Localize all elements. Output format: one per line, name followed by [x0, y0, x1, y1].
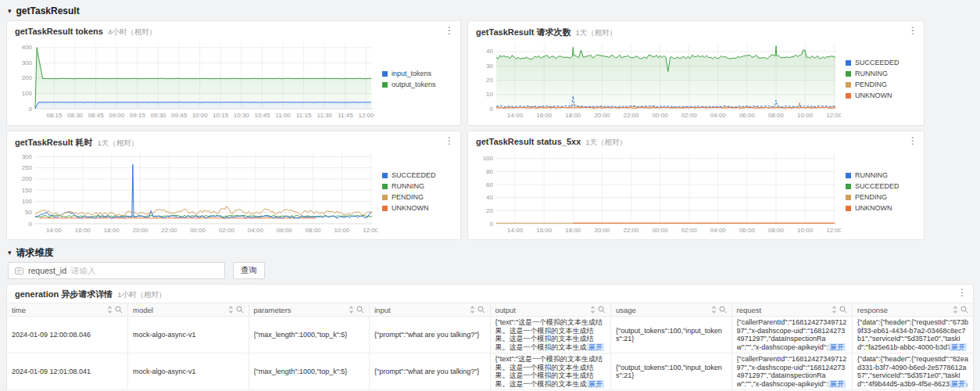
- svg-text:10:15: 10:15: [213, 112, 229, 119]
- filter-field-label: request_id: [28, 266, 66, 275]
- svg-text:14:00: 14:00: [46, 227, 63, 234]
- legend-swatch-icon: [382, 173, 388, 178]
- legend-item-running[interactable]: RUNNING: [846, 171, 919, 179]
- filter-row: request_id 查询: [8, 262, 972, 279]
- search-icon[interactable]: [115, 306, 123, 314]
- column-header-time[interactable]: time: [7, 303, 128, 317]
- svg-text:20: 20: [486, 77, 493, 84]
- search-icon[interactable]: [236, 306, 244, 314]
- sort-icon[interactable]: [832, 306, 837, 314]
- legend-item-unknown[interactable]: UNKNOWN: [846, 91, 919, 99]
- svg-text:06:00: 06:00: [277, 227, 293, 234]
- svg-text:20:00: 20:00: [594, 227, 610, 234]
- svg-text:200: 200: [22, 74, 33, 81]
- svg-text:100: 100: [22, 198, 33, 205]
- collapse-arrow-icon[interactable]: ▾: [8, 249, 12, 256]
- expand-link[interactable]: 展开: [587, 380, 604, 389]
- legend-item-pending[interactable]: PENDING: [382, 193, 456, 201]
- svg-text:40: 40: [486, 194, 493, 201]
- legend-item-pending[interactable]: PENDING: [846, 81, 919, 88]
- chart-canvas[interactable]: 14:0016:0018:0020:0022:0000:0002:0004:00…: [471, 149, 841, 235]
- svg-text:60: 60: [486, 181, 493, 188]
- table-row[interactable]: 2024-01-09 12:01:08.041mock-algo-async-v…: [7, 353, 973, 390]
- section-title: getTaskResult: [16, 5, 80, 16]
- chart-canvas[interactable]: 08:1508:3008:4509:0009:1509:3009:4510:00…: [10, 38, 377, 120]
- svg-text:150: 150: [22, 187, 33, 194]
- svg-text:02:00: 02:00: [681, 112, 698, 119]
- column-header-usage[interactable]: usage: [611, 303, 732, 317]
- legend-item-pending[interactable]: PENDING: [846, 193, 919, 201]
- legend-item-running[interactable]: RUNNING: [382, 182, 456, 190]
- search-icon[interactable]: [598, 306, 606, 314]
- search-icon[interactable]: [719, 306, 727, 314]
- column-header-model[interactable]: model: [128, 303, 249, 317]
- section-header-gettaskresult[interactable]: ▾ getTaskResult: [8, 5, 972, 17]
- search-icon[interactable]: [477, 306, 485, 314]
- svg-text:08:45: 08:45: [88, 112, 105, 119]
- sort-icon[interactable]: [590, 306, 596, 314]
- legend-item-unknown[interactable]: UNKNOWN: [382, 204, 456, 212]
- expand-link[interactable]: 展开: [587, 343, 604, 352]
- expand-link[interactable]: 展开: [828, 380, 846, 389]
- legend-item-succeeded[interactable]: SUCCEEDED: [846, 59, 919, 66]
- legend-item-running[interactable]: RUNNING: [846, 70, 919, 77]
- svg-text:14:00: 14:00: [507, 227, 524, 234]
- svg-text:04:00: 04:00: [710, 227, 727, 234]
- svg-text:200: 200: [22, 175, 33, 182]
- chart-canvas[interactable]: 14:0016:0018:0020:0022:0000:0002:0004:00…: [10, 149, 377, 235]
- collapse-arrow-icon[interactable]: ▾: [8, 8, 12, 15]
- legend-item-unknown[interactable]: UNKNOWN: [846, 204, 919, 212]
- request-id-input[interactable]: [71, 266, 218, 275]
- svg-text:30: 30: [486, 63, 493, 70]
- svg-text:250: 250: [22, 164, 33, 171]
- table-row[interactable]: 2024-01-09 12:00:08.046mock-algo-async-v…: [7, 317, 973, 353]
- sort-icon[interactable]: [228, 306, 234, 314]
- expand-link[interactable]: 展开: [950, 380, 967, 389]
- svg-text:40: 40: [486, 48, 493, 55]
- legend-item-output_tokens[interactable]: output_tokens: [382, 81, 456, 88]
- legend-swatch-icon: [846, 195, 851, 200]
- svg-text:00:00: 00:00: [653, 112, 669, 119]
- query-button[interactable]: 查询: [233, 262, 265, 279]
- sort-icon[interactable]: [711, 306, 717, 314]
- svg-text:22:00: 22:00: [161, 227, 177, 234]
- legend-swatch-icon: [382, 82, 388, 88]
- svg-text:50: 50: [25, 209, 32, 216]
- svg-text:18:00: 18:00: [565, 227, 581, 234]
- kebab-menu-icon[interactable]: ⋮: [445, 26, 454, 35]
- svg-text:09:00: 09:00: [109, 112, 125, 119]
- legend-swatch-icon: [382, 206, 388, 211]
- column-header-parameters[interactable]: parameters: [249, 303, 370, 317]
- expand-link[interactable]: 展开: [950, 343, 967, 352]
- cell-value: 2024-01-09 12:01:08.041: [12, 368, 91, 375]
- svg-text:14:00: 14:00: [507, 112, 524, 119]
- section-header-request-dimension[interactable]: ▾ 请求维度: [8, 246, 972, 259]
- chart-canvas[interactable]: 14:0016:0018:0020:0022:0000:0002:0004:00…: [471, 38, 841, 120]
- sort-icon[interactable]: [470, 306, 475, 314]
- legend-swatch-icon: [846, 71, 851, 77]
- column-header-request[interactable]: request: [731, 303, 853, 317]
- cell-value: mock-algo-async-v1: [133, 368, 196, 375]
- kebab-menu-icon[interactable]: ⋮: [445, 136, 454, 145]
- kebab-menu-icon[interactable]: ⋮: [908, 26, 917, 35]
- expand-link[interactable]: 展开: [828, 343, 846, 352]
- search-icon[interactable]: [356, 306, 364, 314]
- chart-timerange: 1天（相对）: [585, 138, 627, 148]
- sort-icon[interactable]: [953, 306, 958, 314]
- sort-icon[interactable]: [107, 306, 113, 314]
- column-header-response[interactable]: response: [853, 303, 974, 317]
- kebab-menu-icon[interactable]: ⋮: [908, 136, 917, 145]
- legend-item-succeeded[interactable]: SUCCEEDED: [846, 182, 919, 190]
- column-header-input[interactable]: input: [370, 303, 491, 317]
- chart-timerange: 4小时（相对）: [108, 27, 156, 38]
- field-tag-icon: [15, 267, 23, 275]
- svg-text:08:00: 08:00: [306, 227, 322, 234]
- sort-icon[interactable]: [349, 306, 354, 314]
- request-id-filter[interactable]: request_id: [8, 262, 225, 279]
- legend-item-input_tokens[interactable]: input_tokens: [382, 70, 456, 77]
- search-icon[interactable]: [839, 306, 847, 314]
- search-icon[interactable]: [960, 306, 968, 314]
- kebab-menu-icon[interactable]: ⋮: [957, 288, 967, 297]
- column-header-output[interactable]: output: [490, 303, 611, 317]
- legend-item-succeeded[interactable]: SUCCEEDED: [382, 171, 456, 179]
